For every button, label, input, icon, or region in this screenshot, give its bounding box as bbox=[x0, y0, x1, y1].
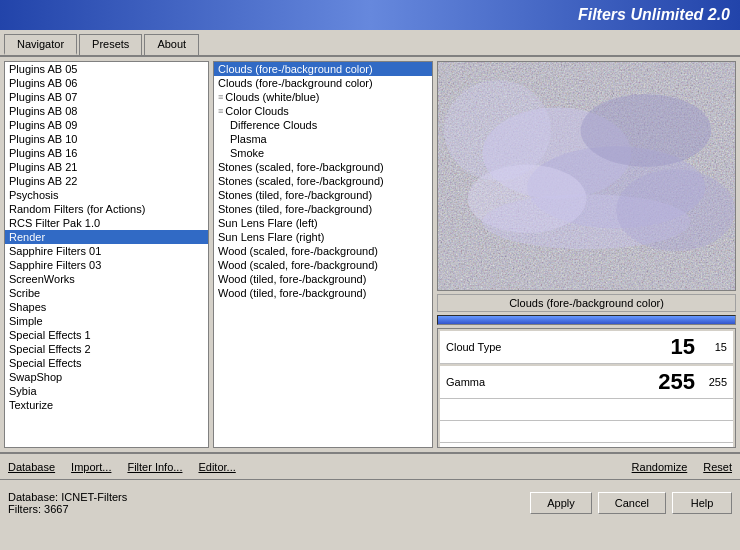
middle-item-3[interactable]: Color Clouds bbox=[214, 104, 432, 118]
left-item-14[interactable]: Sapphire Filters 03 bbox=[5, 258, 208, 272]
db-status: Database: ICNET-Filters bbox=[8, 491, 127, 503]
status-info: Database: ICNET-Filters Filters: 3667 bbox=[8, 491, 127, 515]
middle-item-10[interactable]: Stones (tiled, fore-/background) bbox=[214, 202, 432, 216]
left-item-18[interactable]: Simple bbox=[5, 314, 208, 328]
left-item-11[interactable]: RCS Filter Pak 1.0 bbox=[5, 216, 208, 230]
middle-item-0[interactable]: Clouds (fore-/background color) bbox=[214, 62, 432, 76]
param-row-empty-1 bbox=[440, 421, 733, 443]
param-value-large-1: 255 bbox=[640, 369, 695, 395]
param-row-empty-0 bbox=[440, 399, 733, 421]
apply-button[interactable]: Apply bbox=[530, 492, 592, 514]
left-item-6[interactable]: Plugins AB 16 bbox=[5, 146, 208, 160]
left-item-9[interactable]: Psychosis bbox=[5, 188, 208, 202]
filter-info-link[interactable]: Filter Info... bbox=[127, 461, 182, 473]
filter-name-label: Clouds (fore-/background color) bbox=[509, 297, 664, 309]
bottom-status-area: Database: ICNET-Filters Filters: 3667 Ap… bbox=[0, 480, 740, 526]
left-item-21[interactable]: Special Effects bbox=[5, 356, 208, 370]
tab-bar: Navigator Presets About bbox=[0, 30, 740, 57]
middle-item-15[interactable]: Wood (tiled, fore-/background) bbox=[214, 272, 432, 286]
database-link[interactable]: Database bbox=[8, 461, 55, 473]
right-panel: Clouds (fore-/background color) Cloud Ty… bbox=[437, 61, 736, 448]
left-item-15[interactable]: ScreenWorks bbox=[5, 272, 208, 286]
left-item-13[interactable]: Sapphire Filters 01 bbox=[5, 244, 208, 258]
params-area: Cloud Type1515Gamma255255 bbox=[437, 328, 736, 448]
filters-label: Filters: bbox=[8, 503, 41, 515]
tab-about[interactable]: About bbox=[144, 34, 199, 55]
middle-item-7[interactable]: Stones (scaled, fore-/background) bbox=[214, 160, 432, 174]
param-value-small-1: 255 bbox=[699, 376, 727, 388]
param-row-empty-2 bbox=[440, 443, 733, 448]
middle-item-14[interactable]: Wood (scaled, fore-/background) bbox=[214, 258, 432, 272]
middle-item-5[interactable]: Plasma bbox=[214, 132, 432, 146]
param-value-small-0: 15 bbox=[699, 341, 727, 353]
param-row-0: Cloud Type1515 bbox=[440, 331, 733, 364]
db-value: ICNET-Filters bbox=[61, 491, 127, 503]
reset-link[interactable]: Reset bbox=[703, 461, 732, 473]
left-item-12[interactable]: Render bbox=[5, 230, 208, 244]
left-item-8[interactable]: Plugins AB 22 bbox=[5, 174, 208, 188]
left-item-17[interactable]: Shapes bbox=[5, 300, 208, 314]
middle-item-16[interactable]: Wood (tiled, fore-/background) bbox=[214, 286, 432, 300]
preview-image bbox=[438, 62, 735, 290]
left-panel: Plugins AB 05Plugins AB 06Plugins AB 07P… bbox=[4, 61, 209, 448]
progress-bar-container bbox=[437, 315, 736, 325]
middle-item-8[interactable]: Stones (scaled, fore-/background) bbox=[214, 174, 432, 188]
left-item-16[interactable]: Scribe bbox=[5, 286, 208, 300]
param-value-large-0: 15 bbox=[640, 334, 695, 360]
left-item-3[interactable]: Plugins AB 08 bbox=[5, 104, 208, 118]
left-item-22[interactable]: SwapShop bbox=[5, 370, 208, 384]
svg-point-5 bbox=[581, 94, 712, 167]
tab-presets[interactable]: Presets bbox=[79, 34, 142, 55]
progress-bar-fill bbox=[438, 316, 735, 324]
app-title: Filters Unlimited 2.0 bbox=[578, 6, 730, 24]
middle-item-11[interactable]: Sun Lens Flare (left) bbox=[214, 216, 432, 230]
middle-item-6[interactable]: Smoke bbox=[214, 146, 432, 160]
cancel-button[interactable]: Cancel bbox=[598, 492, 666, 514]
bottom-toolbar: Database Import... Filter Info... Editor… bbox=[0, 452, 740, 480]
filter-name-bar: Clouds (fore-/background color) bbox=[437, 294, 736, 312]
left-item-0[interactable]: Plugins AB 05 bbox=[5, 62, 208, 76]
param-label-1: Gamma bbox=[446, 376, 640, 388]
editor-link[interactable]: Editor... bbox=[198, 461, 235, 473]
middle-panel: Clouds (fore-/background color)Clouds (f… bbox=[213, 61, 433, 448]
db-label: Database: bbox=[8, 491, 58, 503]
middle-item-2[interactable]: Clouds (white/blue) bbox=[214, 90, 432, 104]
left-item-23[interactable]: Sybia bbox=[5, 384, 208, 398]
randomize-link[interactable]: Randomize bbox=[632, 461, 688, 473]
tab-navigator[interactable]: Navigator bbox=[4, 34, 77, 55]
action-buttons: Apply Cancel Help bbox=[530, 492, 732, 514]
left-item-10[interactable]: Random Filters (for Actions) bbox=[5, 202, 208, 216]
left-item-4[interactable]: Plugins AB 09 bbox=[5, 118, 208, 132]
import-link[interactable]: Import... bbox=[71, 461, 111, 473]
middle-item-1[interactable]: Clouds (fore-/background color) bbox=[214, 76, 432, 90]
left-item-24[interactable]: Texturize bbox=[5, 398, 208, 412]
param-label-0: Cloud Type bbox=[446, 341, 640, 353]
filters-value: 3667 bbox=[44, 503, 68, 515]
title-bar: Filters Unlimited 2.0 bbox=[0, 0, 740, 30]
panels-area: Plugins AB 05Plugins AB 06Plugins AB 07P… bbox=[0, 57, 740, 452]
left-item-5[interactable]: Plugins AB 10 bbox=[5, 132, 208, 146]
left-item-19[interactable]: Special Effects 1 bbox=[5, 328, 208, 342]
middle-item-9[interactable]: Stones (tiled, fore-/background) bbox=[214, 188, 432, 202]
left-item-1[interactable]: Plugins AB 06 bbox=[5, 76, 208, 90]
preview-box bbox=[437, 61, 736, 291]
svg-point-8 bbox=[616, 169, 735, 251]
left-item-7[interactable]: Plugins AB 21 bbox=[5, 160, 208, 174]
left-item-2[interactable]: Plugins AB 07 bbox=[5, 90, 208, 104]
middle-item-13[interactable]: Wood (scaled, fore-/background) bbox=[214, 244, 432, 258]
middle-item-4[interactable]: Difference Clouds bbox=[214, 118, 432, 132]
middle-item-12[interactable]: Sun Lens Flare (right) bbox=[214, 230, 432, 244]
param-row-1: Gamma255255 bbox=[440, 366, 733, 399]
help-button[interactable]: Help bbox=[672, 492, 732, 514]
left-item-20[interactable]: Special Effects 2 bbox=[5, 342, 208, 356]
svg-point-7 bbox=[444, 80, 551, 180]
filters-status: Filters: 3667 bbox=[8, 503, 127, 515]
